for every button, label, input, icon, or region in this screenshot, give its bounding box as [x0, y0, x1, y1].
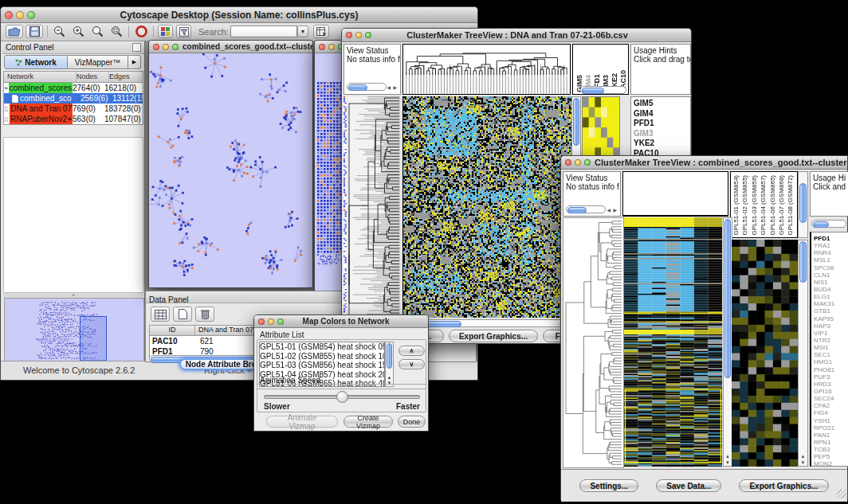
export-graphics-button[interactable]: Export Graphics...: [449, 330, 538, 342]
gene-label[interactable]: YSH1: [814, 417, 848, 424]
save-data-button[interactable]: Save Data...: [656, 479, 721, 492]
gene-label[interactable]: NIS1: [814, 279, 848, 286]
animate-vizmap-button[interactable]: Animate Vizmap: [266, 416, 338, 428]
row-label[interactable]: PFD1: [634, 119, 690, 129]
zoomed-heatmap[interactable]: [732, 240, 798, 467]
column-label[interactable]: GPL51-04 (GSM857): [760, 175, 767, 236]
gene-label[interactable]: RNR4: [814, 249, 848, 256]
close-button[interactable]: [5, 11, 13, 19]
data-col-id[interactable]: ID: [150, 326, 195, 335]
column-label[interactable]: GPL51-08 (GSM872): [787, 175, 794, 236]
gene-label[interactable]: FIG4: [814, 409, 848, 416]
search-input[interactable]: [230, 25, 297, 37]
column-label[interactable]: GPL51-03 (GSM856): [751, 175, 758, 236]
scroll-down-arrow[interactable]: ▼: [799, 460, 807, 465]
column-labels-scrollbar[interactable]: [798, 171, 808, 238]
network-row-rnapuber[interactable]: RNAPuberNov2+ 563(0) 107847(0): [4, 114, 143, 124]
zoom-fit-icon[interactable]: [89, 25, 106, 38]
search-dropdown-button[interactable]: ▼: [297, 25, 308, 37]
minimize-button[interactable]: [268, 318, 274, 325]
row-label[interactable]: YKE2: [634, 139, 690, 149]
gene-label[interactable]: YRA1: [814, 242, 848, 249]
row-label[interactable]: GIM5: [634, 99, 690, 109]
zoomed-heatmap[interactable]: [583, 97, 619, 158]
treeview1-titlebar[interactable]: ClusterMaker TreeView : DNA and Tran 07-…: [342, 29, 691, 42]
row-label[interactable]: GIM4: [634, 109, 690, 119]
scroll-up-arrow[interactable]: ▲: [386, 375, 393, 380]
zoom-button[interactable]: [584, 159, 591, 166]
animation-speed-slider[interactable]: [264, 395, 420, 399]
done-button[interactable]: Done: [398, 416, 426, 428]
gene-label[interactable]: HMG1: [814, 358, 848, 365]
save-icon[interactable]: [26, 25, 43, 38]
attribute-list-item[interactable]: GPL51-03 (GSM856) heat shock 15 min: [260, 361, 384, 370]
gene-label[interactable]: CLN1: [814, 272, 848, 279]
column-dendrogram[interactable]: [403, 45, 570, 94]
delete-attribute-trash-icon[interactable]: [195, 307, 214, 322]
vizmapper-icon[interactable]: [158, 25, 173, 38]
new-attribute-icon[interactable]: [173, 307, 192, 322]
column-label[interactable]: GPL51-06 (GSM865): [769, 175, 776, 236]
move-up-button[interactable]: ∧: [398, 346, 425, 356]
row-dendrogram[interactable]: [347, 96, 400, 318]
zoom-out-icon[interactable]: [51, 25, 68, 38]
zoom-hscrollbar[interactable]: [580, 86, 626, 94]
gene-label[interactable]: MAK31: [814, 300, 848, 307]
close-button[interactable]: [319, 44, 325, 50]
view-status-scrollbar[interactable]: [347, 83, 387, 91]
col-header-edges[interactable]: Edges: [109, 72, 143, 82]
gene-label[interactable]: CPA2: [814, 402, 848, 409]
zoom-in-icon[interactable]: [70, 25, 87, 38]
gene-label[interactable]: ELG1: [814, 293, 848, 300]
zoom-button[interactable]: [172, 44, 179, 50]
settings-button[interactable]: Settings...: [579, 479, 638, 492]
scroll-left-arrow[interactable]: ◀: [607, 207, 610, 213]
gene-label[interactable]: RPO21: [814, 424, 848, 432]
gene-label[interactable]: MSL1: [814, 256, 848, 264]
column-label[interactable]: GPL51-01 (GSM854): [732, 175, 740, 236]
gene-label[interactable]: GPI16: [814, 388, 848, 395]
gene-label[interactable]: RPN1: [814, 439, 848, 446]
network-row-selected[interactable]: combined_sco 2569(6) 13112(15): [4, 93, 143, 104]
attribute-table-icon[interactable]: [313, 25, 329, 38]
scroll-down-arrow[interactable]: ▼: [724, 460, 732, 465]
view-status-scrollbar[interactable]: [566, 205, 606, 213]
resize-grip[interactable]: [837, 489, 846, 498]
dialog-titlebar[interactable]: Map Colors to Network: [254, 315, 428, 328]
gene-label[interactable]: NTR2: [814, 337, 848, 344]
gene-label[interactable]: TCB3: [814, 446, 848, 453]
slider-thumb[interactable]: [336, 391, 348, 403]
treeview2-titlebar[interactable]: ClusterMaker TreeView : combined_scores_…: [561, 156, 847, 170]
zoom-vscrollbar[interactable]: ▲ ▼: [798, 240, 808, 467]
gene-label[interactable]: BUD4: [814, 286, 848, 293]
row-dendrogram[interactable]: [563, 217, 624, 468]
scroll-right-arrow[interactable]: ▶: [613, 207, 617, 213]
gene-label[interactable]: GTB1: [814, 307, 848, 315]
column-label[interactable]: GPL51-02 (GSM855): [741, 175, 748, 236]
minimize-button[interactable]: [163, 44, 169, 50]
main-titlebar[interactable]: Cytoscape Desktop (Session Name: collins…: [1, 7, 477, 23]
attribute-list-scrollbar[interactable]: ▲ ▼: [385, 342, 394, 387]
network-view-titlebar[interactable]: combined_scores_good.txt--cluste...: [149, 41, 312, 53]
global-heatmap[interactable]: [624, 217, 722, 467]
column-dendrogram-area[interactable]: [622, 171, 728, 217]
gene-label[interactable]: SEC24: [814, 395, 848, 402]
col-header-nodes[interactable]: Nodes: [77, 72, 109, 82]
tab-vizmapper[interactable]: VizMapper™: [68, 55, 128, 69]
minimize-button[interactable]: [16, 11, 24, 19]
gene-label[interactable]: SEC1: [814, 351, 848, 358]
network-overview-navigator[interactable]: [4, 298, 144, 363]
gene-label[interactable]: SPC98: [814, 264, 848, 272]
column-label[interactable]: GPL51-07 (GSM868): [778, 175, 785, 236]
minimize-button[interactable]: [328, 44, 335, 50]
filter-icon[interactable]: [176, 25, 191, 38]
gene-label[interactable]: VIP1: [814, 330, 848, 337]
zoom-button[interactable]: [365, 32, 371, 38]
close-button[interactable]: [153, 44, 159, 50]
minimize-button[interactable]: [355, 32, 362, 38]
col-header-network[interactable]: Network: [4, 72, 77, 82]
network-row-dna-tran[interactable]: DNA and Tran 07 769(0) 183728(0): [4, 104, 143, 114]
gene-label[interactable]: MSI1: [814, 344, 848, 351]
tab-network[interactable]: Network: [4, 55, 68, 69]
gene-label[interactable]: PHO81: [814, 366, 848, 373]
